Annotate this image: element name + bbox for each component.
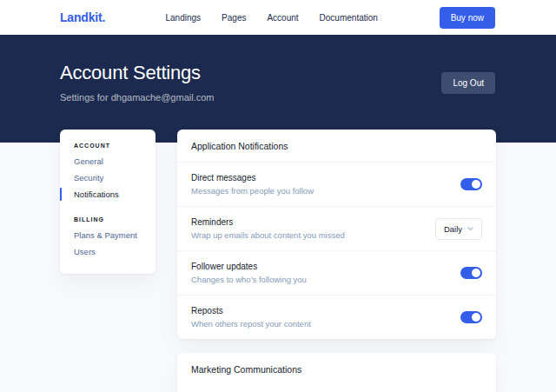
sidebar-item-users[interactable]: Users (60, 245, 156, 258)
active-indicator (60, 188, 62, 201)
sidebar-item-general[interactable]: General (60, 155, 156, 168)
setting-label: Reminders (191, 217, 345, 227)
toggle-knob (472, 269, 480, 277)
sidebar-item-label: General (74, 156, 103, 166)
settings-sidebar: Account General Security Notifications B… (60, 130, 156, 274)
setting-label: Follower updates (191, 262, 307, 271)
sidebar-item-label: Users (74, 247, 96, 256)
setting-text: Reposts When others repost your content (191, 306, 311, 329)
select-value: Daily (444, 224, 462, 234)
sidebar-section-divider (60, 204, 156, 216)
nav-links: Landings Pages Account Documentation (165, 0, 377, 35)
sidebar-item-label: Security (74, 173, 103, 183)
setting-label: Direct messages (191, 173, 314, 183)
toggle-knob (472, 313, 480, 322)
setting-row-follower-updates: Follower updates Changes to who’s follow… (177, 251, 496, 296)
sidebar-heading-account: Account (60, 143, 156, 149)
buy-now-button[interactable]: Buy now (440, 7, 495, 29)
nav-link-landings[interactable]: Landings (165, 13, 201, 23)
navbar: Landkit. Landings Pages Account Document… (0, 0, 556, 35)
logout-button[interactable]: Log Out (441, 72, 495, 94)
setting-row-reposts: Reposts When others repost your content (177, 296, 496, 339)
setting-text: Direct messages Messages from people you… (191, 173, 314, 196)
logo[interactable]: Landkit. (60, 10, 105, 24)
sidebar-heading-billing: Billing (60, 216, 156, 223)
setting-text: Reminders Wrap up emails about content y… (191, 217, 345, 240)
reposts-toggle[interactable] (460, 311, 482, 323)
setting-description: Messages from people you follow (191, 186, 314, 196)
nav-link-documentation[interactable]: Documentation (320, 13, 378, 23)
panel-title-marketing-communications: Marketing Communications (177, 353, 496, 385)
sidebar-item-plans-payment[interactable]: Plans & Payment (60, 229, 156, 242)
setting-row-reminders: Reminders Wrap up emails about content y… (177, 207, 496, 251)
follower-updates-toggle[interactable] (460, 267, 482, 279)
sidebar-item-security[interactable]: Security (60, 171, 156, 184)
settings-main-column: Application Notifications Direct message… (177, 130, 496, 392)
marketing-communications-panel: Marketing Communications (177, 353, 496, 392)
setting-row-direct-messages: Direct messages Messages from people you… (177, 163, 496, 207)
sidebar-item-notifications[interactable]: Notifications (60, 188, 156, 201)
direct-messages-toggle[interactable] (460, 178, 482, 190)
reminders-frequency-select[interactable]: Daily (435, 218, 482, 240)
sidebar-item-label: Plans & Payment (74, 230, 137, 240)
sidebar-item-label: Notifications (74, 189, 119, 199)
nav-link-pages[interactable]: Pages (222, 13, 246, 23)
setting-description: When others repost your content (191, 319, 311, 329)
page-title: Account Settings (60, 62, 495, 84)
panel-title-application-notifications: Application Notifications (177, 130, 496, 163)
setting-description: Changes to who’s following you (191, 275, 307, 284)
content-area: Account General Security Notifications B… (0, 130, 556, 392)
setting-text: Follower updates Changes to who’s follow… (191, 262, 307, 284)
hero-section: Account Settings Settings for dhgamache@… (0, 35, 556, 143)
application-notifications-panel: Application Notifications Direct message… (177, 130, 496, 339)
setting-label: Reposts (191, 306, 311, 316)
toggle-knob (472, 180, 480, 189)
chevron-down-icon (467, 227, 473, 231)
page-subtitle: Settings for dhgamache@gmail.com (60, 92, 495, 103)
setting-description: Wrap up emails about content you missed (191, 230, 345, 240)
nav-link-account[interactable]: Account (267, 13, 298, 23)
